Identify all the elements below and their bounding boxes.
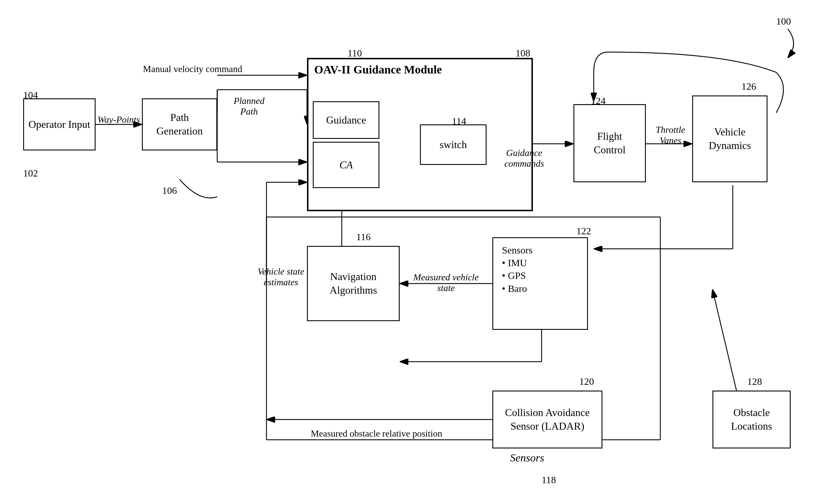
collision-avoidance-label: Collision Avoidance Sensor (LADAR)	[505, 406, 590, 433]
guidance-box: Guidance	[313, 101, 379, 139]
measured-vehicle-state-label: Measured vehicle state	[406, 272, 486, 293]
ref-126: 126	[742, 81, 756, 92]
guidance-commands-label: Guidance commands	[492, 148, 556, 169]
operator-input-box: Operator Input	[23, 98, 95, 150]
nav-algorithms-label: Navigation Algorithms	[330, 270, 377, 297]
sensors-bottom-label: Sensors	[498, 451, 556, 464]
nav-algorithms-box: Navigation Algorithms	[307, 246, 400, 321]
collision-avoidance-box: Collision Avoidance Sensor (LADAR)	[492, 391, 602, 448]
vehicle-state-estimates-label: Vehicle state estimates	[252, 266, 310, 287]
obstacle-locations-label: Obstacle Locations	[731, 406, 772, 433]
svg-line-28	[712, 289, 738, 399]
operator-input-label: Operator Input	[29, 118, 90, 131]
ca-label: CA	[339, 158, 353, 172]
waypoints-label: Way-Points	[93, 114, 145, 125]
path-generation-box: Path Generation	[142, 98, 217, 150]
ref-102: 102	[23, 168, 38, 179]
sensors-label: Sensors • IMU • GPS • Baro	[502, 244, 533, 295]
ref-108: 108	[516, 48, 530, 59]
guidance-module-label: OAV-II Guidance Module	[314, 62, 442, 77]
throttle-vanes-label: Throttle Vanes	[649, 125, 692, 146]
flight-control-box: Flight Control	[573, 104, 646, 182]
ref-120: 120	[579, 376, 594, 387]
ca-box: CA	[313, 142, 379, 188]
sensors-imu-gps-box: Sensors • IMU • GPS • Baro	[492, 237, 588, 330]
switch-box: switch	[420, 125, 486, 165]
path-generation-label: Path Generation	[156, 111, 203, 138]
measured-obstacle-label: Measured obstacle relative position	[266, 428, 486, 439]
ref-114: 114	[452, 116, 466, 127]
planned-path-label: Planned Path	[226, 95, 272, 117]
ref-116: 116	[356, 231, 371, 242]
ref-122: 122	[576, 226, 591, 237]
diagram: 100 Operator Input 104 102 Way-Points Pa…	[0, 0, 837, 504]
vehicle-dynamics-box: Vehicle Dynamics	[692, 95, 767, 182]
switch-label: switch	[440, 138, 467, 152]
ref-100: 100	[776, 16, 791, 27]
flight-control-label: Flight Control	[594, 130, 626, 157]
manual-velocity-label: Manual velocity command	[142, 64, 243, 74]
ref-128: 128	[747, 376, 762, 387]
guidance-label: Guidance	[326, 113, 366, 127]
ref-106: 106	[162, 185, 177, 196]
ref-124: 124	[591, 95, 606, 107]
ref-118: 118	[541, 474, 556, 485]
vehicle-dynamics-label: Vehicle Dynamics	[709, 125, 751, 152]
ref-104: 104	[23, 90, 38, 101]
obstacle-locations-box: Obstacle Locations	[712, 391, 791, 448]
ref-110: 110	[348, 48, 362, 59]
